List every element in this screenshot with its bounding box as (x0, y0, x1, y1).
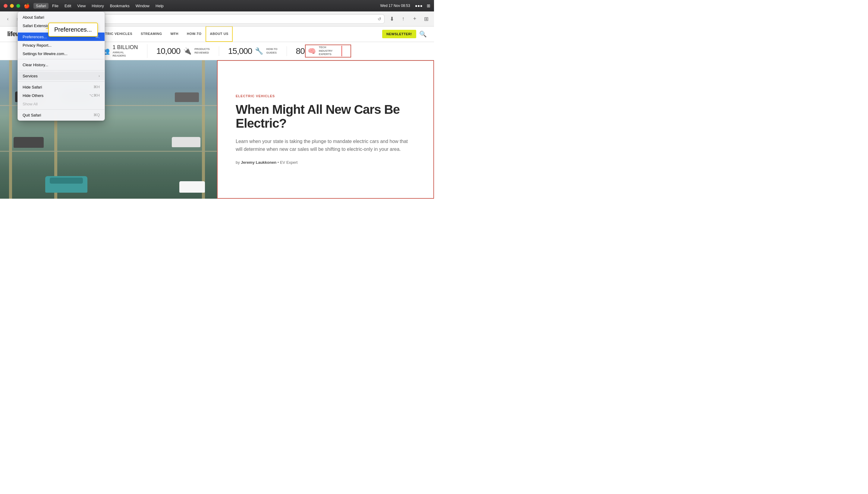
newsletter-button[interactable]: NEWSLETTER! (382, 30, 416, 38)
apple-menu-icon[interactable]: 🍎 (24, 3, 30, 9)
hero-title: When Might All New Cars Be Electric? (236, 103, 415, 130)
titlebar-status-icons: ●●● ⊞ (415, 3, 430, 8)
titlebar: 🍎 Safari File Edit View History Bookmark… (0, 0, 434, 12)
services-chevron: › (98, 74, 100, 78)
byline-prefix: by (236, 160, 240, 165)
hero-content: ELECTRIC VEHICLES When Might All New Car… (217, 60, 434, 199)
tab-grid-icon[interactable]: ⊞ (422, 15, 430, 23)
stat-guides: 15,000 🔧 HOW-TOGUIDES (219, 46, 287, 56)
safari-menu-item[interactable]: Safari (34, 3, 49, 9)
stat-products: 10,000 🔌 PRODUCTSREVIEWED (147, 46, 219, 56)
nav-how-to[interactable]: HOW-TO (183, 26, 205, 42)
quit-shortcut: ⌘Q (93, 113, 100, 117)
minimize-button[interactable] (10, 4, 14, 8)
clear-history-label: Clear History... (23, 63, 48, 67)
menu-item-show-all[interactable]: Show All (18, 100, 105, 108)
menu-item-settings[interactable]: Settings for lifewire.com... (18, 50, 105, 58)
preferences-label: Preferences... (23, 35, 47, 39)
control-center-icon[interactable]: ⊞ (427, 3, 430, 8)
hero-category: ELECTRIC VEHICLES (236, 94, 415, 98)
toolbar-right-icons: ⬇ ↑ + ⊞ (387, 15, 430, 23)
hide-safari-shortcut: ⌘H (93, 85, 100, 89)
settings-label: Settings for lifewire.com... (23, 52, 68, 56)
byline-role: EV Expert (280, 160, 298, 165)
separator-3 (18, 70, 105, 71)
wifi-icon: ●●● (415, 3, 422, 8)
nav-wfh[interactable]: WFH (166, 26, 183, 42)
menu-item-privacy[interactable]: Privacy Report... (18, 41, 105, 50)
share-icon[interactable]: ↑ (399, 15, 408, 23)
quit-label: Quit Safari (23, 113, 41, 117)
bookmarks-menu-item[interactable]: Bookmarks (108, 3, 132, 9)
help-menu-item[interactable]: Help (153, 3, 166, 9)
byline-author[interactable]: Jeremy Laukkonen (241, 160, 276, 165)
hero-byline: by Jeremy Laukkonen • EV Expert (236, 160, 415, 165)
menu-item-services[interactable]: Services › (18, 72, 105, 80)
hide-safari-label: Hide Safari (23, 85, 42, 90)
separator-5 (18, 109, 105, 110)
menu-item-hide-others[interactable]: Hide Others ⌥⌘H (18, 91, 105, 100)
privacy-label: Privacy Report... (23, 43, 52, 48)
about-safari-label: About Safari (23, 15, 44, 20)
guides-number: 15,000 (228, 46, 252, 56)
readers-text: 1 BILLION ANNUALREADERS (113, 44, 138, 58)
edit-menu-item[interactable]: Edit (62, 3, 74, 9)
traffic-lights (4, 4, 20, 8)
search-button[interactable]: 🔍 (419, 31, 427, 38)
window-menu-item[interactable]: Window (133, 3, 152, 9)
show-all-label: Show All (23, 102, 38, 106)
close-button[interactable] (4, 4, 7, 8)
nav-about-us[interactable]: ABOUT US (205, 26, 232, 42)
products-icon: 🔌 (183, 47, 192, 55)
products-label: PRODUCTSREVIEWED (194, 48, 210, 55)
file-menu-item[interactable]: File (50, 3, 61, 9)
maximize-button[interactable] (16, 4, 20, 8)
stat-experts: 80 🧠 TECHINDUSTRYEXPERTS (287, 46, 342, 56)
hide-others-label: Hide Others (23, 93, 43, 98)
datetime-display: Wed 17 Nov 08:53 (380, 4, 410, 8)
nav-streaming[interactable]: STREAMING (137, 26, 166, 42)
download-icon[interactable]: ⬇ (387, 15, 396, 23)
back-button[interactable]: ‹ (4, 15, 12, 23)
menu-item-about-safari[interactable]: About Safari (18, 13, 105, 21)
new-tab-icon[interactable]: + (411, 15, 419, 23)
tooltip-connector-line (46, 28, 49, 28)
titlebar-right: Wed 17 Nov 08:53 ●●● ⊞ (380, 3, 430, 8)
experts-number: 80 (296, 46, 305, 56)
preferences-tooltip: Preferences... (48, 23, 98, 37)
menu-item-quit[interactable]: Quit Safari ⌘Q (18, 111, 105, 119)
history-menu-item[interactable]: History (89, 3, 106, 9)
services-label: Services (23, 74, 38, 78)
view-menu-item[interactable]: View (75, 3, 88, 9)
guides-icon: 🔧 (255, 47, 263, 55)
separator-2 (18, 59, 105, 59)
reload-button[interactable]: ↺ (378, 17, 381, 21)
titlebar-menu: 🍎 Safari File Edit View History Bookmark… (24, 3, 166, 9)
byline-separator: • (277, 160, 280, 165)
hide-others-shortcut: ⌥⌘H (89, 93, 100, 97)
experts-highlight-box (305, 44, 351, 57)
products-number: 10,000 (157, 46, 181, 56)
hero-description: Learn when your state is taking the plun… (236, 137, 415, 153)
menu-item-clear-history[interactable]: Clear History... (18, 60, 105, 69)
guides-label: HOW-TOGUIDES (266, 48, 277, 55)
menu-item-hide-safari[interactable]: Hide Safari ⌘H (18, 83, 105, 91)
